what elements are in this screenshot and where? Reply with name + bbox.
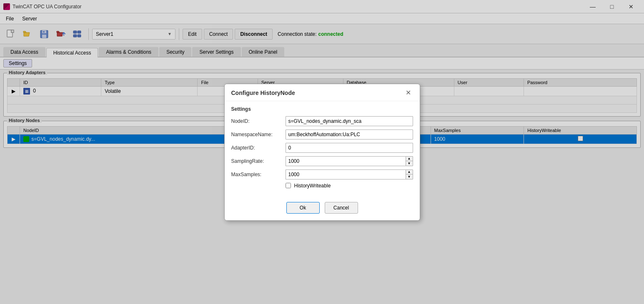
historywriteable-label: HistoryWriteable	[294, 183, 331, 189]
maxsamples-up-button[interactable]: ▲	[406, 170, 413, 175]
dialog-titlebar: Configure HistoryNode ✕	[225, 84, 420, 101]
dialog-body: Settings NodeID: NamespaceName: AdapterI…	[225, 101, 420, 199]
samplingrate-spinner: ▲ ▼	[286, 156, 413, 166]
samplingrate-up-button[interactable]: ▲	[406, 157, 413, 162]
ok-button[interactable]: Ok	[286, 202, 320, 214]
nodeid-input[interactable]	[286, 116, 413, 126]
samplingrate-spinner-btns: ▲ ▼	[406, 156, 413, 166]
cancel-button[interactable]: Cancel	[325, 202, 358, 214]
samplingrate-input[interactable]	[286, 156, 406, 166]
maxsamples-label: MaxSamples:	[231, 172, 286, 177]
samplingrate-field: SamplingRate: ▲ ▼	[231, 156, 413, 166]
adapterid-field: AdapterID:	[231, 143, 413, 153]
maxsamples-spinner-btns: ▲ ▼	[406, 169, 413, 179]
dialog-close-button[interactable]: ✕	[404, 88, 413, 97]
configure-history-node-dialog: Configure HistoryNode ✕ Settings NodeID:…	[224, 84, 420, 221]
adapterid-label: AdapterID:	[231, 145, 286, 151]
dialog-title: Configure HistoryNode	[231, 90, 295, 96]
maxsamples-down-button[interactable]: ▼	[406, 174, 413, 179]
dialog-section-label: Settings	[231, 106, 413, 112]
nodeid-field: NodeID:	[231, 116, 413, 126]
adapterid-input[interactable]	[286, 143, 413, 153]
maxsamples-input[interactable]	[286, 169, 406, 179]
namespace-label: NamespaceName:	[231, 132, 286, 137]
maxsamples-field: MaxSamples: ▲ ▼	[231, 169, 413, 179]
namespace-input[interactable]	[286, 130, 413, 140]
dialog-footer: Ok Cancel	[225, 199, 420, 220]
samplingrate-label: SamplingRate:	[231, 158, 286, 164]
nodeid-label: NodeID:	[231, 118, 286, 124]
samplingrate-down-button[interactable]: ▼	[406, 161, 413, 166]
dialog-overlay: Configure HistoryNode ✕ Settings NodeID:…	[0, 0, 644, 304]
maxsamples-spinner: ▲ ▼	[286, 169, 413, 179]
historywriteable-checkbox[interactable]	[286, 183, 291, 188]
historywriteable-field: HistoryWriteable	[286, 183, 413, 189]
namespace-field: NamespaceName:	[231, 130, 413, 140]
